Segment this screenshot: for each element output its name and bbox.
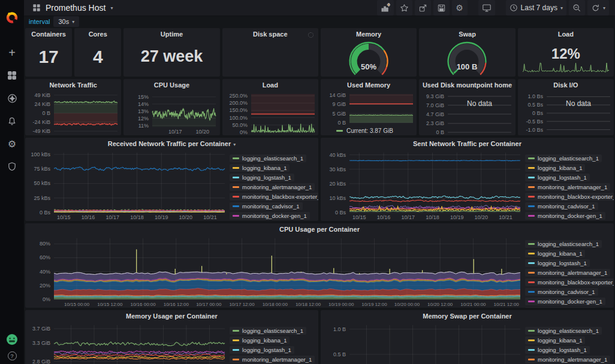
legend-item[interactable]: logging_logstash_1 <box>230 174 294 181</box>
memory-swap-graph[interactable]: 1.0 B0.5 B0 B <box>321 322 524 364</box>
panel-title[interactable]: Used Disk mountpoint home <box>419 79 515 91</box>
legend-item[interactable]: logging_logstash_1 <box>525 346 590 354</box>
legend-item[interactable]: monitoring_alertmanager_1 <box>525 269 610 277</box>
svg-text:0 Bs: 0 Bs <box>532 110 544 116</box>
legend-item[interactable]: monitoring_blackbox-exporter_1 <box>525 278 614 286</box>
panel-title[interactable]: Load <box>222 79 318 91</box>
legend-item[interactable]: logging_kibana_1 <box>230 336 290 344</box>
legend-current[interactable]: Current: 3.87 GiB <box>321 126 417 135</box>
svg-text:2.8 GiB: 2.8 GiB <box>32 359 50 364</box>
legend-item[interactable]: monitoring_alertmanager_1 <box>525 183 610 191</box>
panel-title[interactable]: Uptime <box>123 28 219 40</box>
panel-load-stat: Load 12% <box>518 28 614 77</box>
panel-cpu-per-container: CPU Usage per Container 10/15 00:0010/15… <box>25 223 614 308</box>
user-avatar[interactable] <box>6 333 18 345</box>
legend-item[interactable]: monitoring_alertmanager_1 <box>525 356 610 363</box>
legend-item[interactable]: logging_elasticsearch_1 <box>525 154 602 162</box>
legend-item[interactable]: logging_logstash_1 <box>230 346 294 354</box>
save-button[interactable] <box>433 0 450 16</box>
legend-item[interactable]: logging_elasticsearch_1 <box>525 240 602 248</box>
series-label: monitoring_blackbox-exporter_1 <box>538 279 614 286</box>
legend-item[interactable]: monitoring_alertmanager_1 <box>230 183 315 191</box>
series-color-dash <box>528 196 535 198</box>
used-memory-graph[interactable]: 14 GiB9 GiB5 GiB0 B <box>321 91 417 126</box>
legend-item[interactable]: monitoring_docker-gen_1 <box>525 212 605 220</box>
dashboards-grid-icon[interactable] <box>5 68 19 83</box>
chevron-down-icon: ▾ <box>72 19 74 25</box>
svg-text:50%: 50% <box>361 62 376 71</box>
panel-title[interactable]: Disk I/O <box>518 79 614 91</box>
svg-text:10/17 12:00: 10/17 12:00 <box>229 302 255 307</box>
legend-item[interactable]: monitoring_blackbox-exporter_1 <box>230 193 318 201</box>
memory-gauge[interactable]: 50% <box>321 40 417 77</box>
panel-title[interactable]: Swap <box>419 28 515 40</box>
legend-item[interactable]: monitoring_alertmanager_1 <box>230 356 315 363</box>
panel-title[interactable]: Memory Usage per Container <box>25 310 318 322</box>
server-admin-shield-icon[interactable] <box>5 159 19 174</box>
legend-item[interactable]: monitoring_blackbox-exporter_1 <box>525 193 614 201</box>
interval-select[interactable]: 30s ▾ <box>53 16 79 27</box>
zoom-out-button[interactable] <box>569 0 585 16</box>
series-label: logging_logstash_1 <box>538 260 587 266</box>
alerting-bell-icon[interactable] <box>5 114 19 128</box>
legend-item[interactable]: logging_logstash_1 <box>525 174 590 181</box>
network-traffic-graph[interactable]: 49 KiB24 KiB0 B-24 KiB-49 KiB <box>25 91 121 135</box>
panel-title[interactable]: Received Network Traffic per Container▾ <box>25 138 318 150</box>
disk-io-graph[interactable]: 1.0 Bs0.5 Bs0 Bs-0.5 Bs-1.0 BsNo data <box>518 91 614 135</box>
legend-item[interactable]: monitoring_cadvisor_1 <box>525 202 598 210</box>
panel-title[interactable]: Disk space <box>222 28 318 40</box>
received-network-graph[interactable]: 10/1510/1610/1710/1810/1910/2010/21100 k… <box>25 150 228 221</box>
legend-item[interactable]: monitoring_docker-gen_1 <box>525 298 605 305</box>
grafana-logo[interactable] <box>0 0 24 35</box>
legend-item[interactable]: logging_kibana_1 <box>525 336 585 344</box>
used-disk-graph[interactable]: 9.3 GiB7.0 GiB4.7 GiB2.3 GiB0 BNo data <box>419 91 515 135</box>
panel-title[interactable]: CPU Usage per Container <box>25 223 614 235</box>
legend-item[interactable]: logging_elasticsearch_1 <box>230 154 306 162</box>
cycle-view-button[interactable] <box>478 0 495 16</box>
panel-title[interactable]: Memory Swap per Container <box>321 310 614 322</box>
sidebar-nav: + ⚙ <box>5 46 19 174</box>
refresh-button[interactable]: ▾ <box>587 0 609 16</box>
legend-item[interactable]: monitoring_grafana_1 <box>525 307 596 308</box>
memory-usage-graph[interactable]: 3.7 GiB3.3 GiB2.8 GiB <box>25 322 228 364</box>
series-color-dash <box>528 339 535 341</box>
panel-title[interactable]: Sent Network Traffic per Container <box>321 138 614 150</box>
sent-network-graph[interactable]: 10/1510/1610/1710/1810/1910/2010/2140 kB… <box>321 150 524 221</box>
star-button[interactable] <box>396 0 412 16</box>
create-plus-icon[interactable]: + <box>5 46 19 60</box>
panel-title[interactable]: Memory <box>321 28 417 40</box>
share-button[interactable] <box>415 0 431 16</box>
cpu-usage-graph[interactable]: 10/1710/2015%14%13%12%11% <box>123 91 219 135</box>
panel-title[interactable]: CPU Usage <box>123 79 219 91</box>
legend-item[interactable]: monitoring_cadvisor_1 <box>230 202 303 210</box>
dashboard-title[interactable]: Promethus Host <box>46 3 105 13</box>
legend-item[interactable]: logging_kibana_1 <box>525 250 585 257</box>
cpu-per-container-graph[interactable]: 10/15 00:0010/15 12:0010/16 00:0010/16 1… <box>25 235 524 308</box>
time-range-picker[interactable]: Last 7 days ▾ <box>506 0 566 16</box>
panel-title[interactable]: Cores <box>74 28 121 40</box>
load-graph[interactable]: 250.0%200.0%150.0%100.0%50.0%0% <box>222 91 318 135</box>
panel-title[interactable]: Containers <box>25 28 72 40</box>
series-label: monitoring_blackbox-exporter_1 <box>242 193 318 200</box>
explore-compass-icon[interactable] <box>5 91 19 105</box>
add-panel-button[interactable] <box>377 0 394 16</box>
configuration-gear-icon[interactable]: ⚙ <box>5 136 19 151</box>
svg-text:0%: 0% <box>240 129 248 135</box>
swap-gauge[interactable]: 100 B <box>419 40 515 77</box>
legend-item[interactable]: logging_elasticsearch_1 <box>230 327 306 335</box>
legend-item[interactable]: logging_kibana_1 <box>230 164 290 172</box>
panel-title[interactable]: Network Traffic <box>25 79 121 91</box>
legend-item[interactable]: logging_elasticsearch_1 <box>525 327 602 335</box>
help-icon[interactable]: ? <box>8 351 17 360</box>
legend-item[interactable]: logging_kibana_1 <box>525 164 585 172</box>
series-label: logging_elasticsearch_1 <box>538 155 599 162</box>
dashboard-settings-button[interactable]: ⚙ <box>452 0 468 16</box>
series-legend: logging_elasticsearch_1logging_kibana_1l… <box>524 322 614 364</box>
panel-title[interactable]: Load <box>518 28 614 40</box>
legend-item[interactable]: logging_logstash_1 <box>525 259 590 267</box>
legend-item[interactable]: monitoring_docker-gen_1 <box>230 212 310 220</box>
panel-title[interactable]: Used Memory <box>321 79 417 91</box>
legend-item[interactable]: monitoring_cadvisor_1 <box>525 288 598 296</box>
dashboard-title-group[interactable]: Promethus Host ▾ <box>32 3 113 13</box>
svg-text:14%: 14% <box>138 101 149 107</box>
